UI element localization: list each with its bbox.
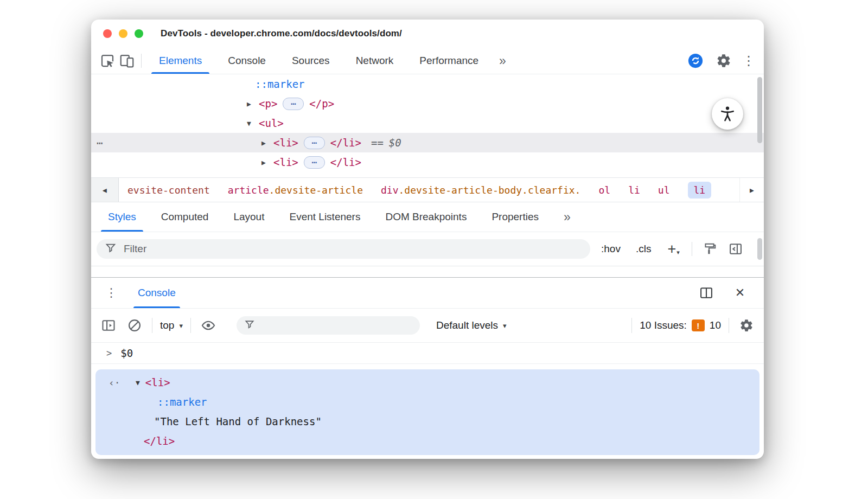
console-filter-field[interactable]	[237, 316, 420, 335]
result-line-marker: ::marker	[95, 392, 760, 412]
tab-elements[interactable]: Elements	[146, 48, 215, 74]
tree-row-p[interactable]: ▶ <p> ⋯ </p>	[91, 94, 764, 113]
tree-row-li-selected[interactable]: ⋯ ▶ <li> ⋯ </li> == $0	[91, 133, 764, 152]
expand-dots-icon[interactable]: ⋯	[304, 156, 325, 169]
toggle-sidebar-icon[interactable]	[726, 239, 745, 259]
close-window-button[interactable]	[103, 29, 112, 38]
command-text: $0	[120, 347, 133, 359]
javascript-context-dropdown[interactable]: top ▾	[160, 319, 183, 331]
drawer-menu-kebab-icon[interactable]: ⋮	[105, 286, 117, 300]
tab-network[interactable]: Network	[343, 48, 407, 74]
result-close-tag: </li>	[144, 435, 175, 447]
cls-toggle[interactable]: .cls	[636, 243, 652, 255]
close-glyph: ✕	[735, 286, 745, 300]
tab-layout[interactable]: Layout	[221, 202, 277, 232]
devtools-extension-icon[interactable]	[686, 51, 705, 71]
caret-down-icon: ▾	[179, 322, 183, 330]
console-sidebar-icon[interactable]	[99, 316, 118, 335]
styles-filter-field[interactable]	[97, 239, 590, 259]
tab-performance[interactable]: Performance	[406, 48, 492, 74]
breadcrumb-item-ol[interactable]: ol	[598, 184, 610, 196]
close-drawer-icon[interactable]: ✕	[730, 283, 750, 303]
tab-console[interactable]: Console	[215, 48, 279, 74]
styles-panel-content	[91, 266, 764, 277]
console-toolbar: top ▾ Default levels ▾ 10 Issues: !	[91, 309, 764, 343]
breadcrumb-scroll-left-button[interactable]: ◀	[91, 178, 119, 202]
split-panel-icon[interactable]	[697, 283, 716, 303]
collapse-arrow-icon[interactable]: ▶	[261, 158, 271, 167]
breadcrumb-item-devsite-content[interactable]: evsite-content	[127, 184, 210, 196]
breadcrumb-item-article[interactable]: article.devsite-article	[228, 184, 363, 196]
styles-filter-input[interactable]	[123, 242, 582, 255]
dollar-zero-label: $0	[389, 137, 401, 149]
main-menu-kebab-icon[interactable]: ⋮	[742, 54, 755, 67]
caret-down-icon: ▾	[503, 322, 507, 330]
console-command-echo: > $0	[91, 343, 764, 364]
close-tag: </li>	[330, 156, 361, 168]
row-menu-dots-icon[interactable]: ⋯	[97, 133, 103, 152]
breadcrumb-scroll-right-button[interactable]: ▶	[739, 178, 764, 202]
breadcrumb-item-ul[interactable]: ul	[658, 184, 670, 196]
console-settings-gear-icon[interactable]	[737, 316, 756, 335]
inspect-element-icon[interactable]	[98, 51, 117, 71]
sidebar-tabs: Styles Computed Layout Event Listeners D…	[91, 202, 764, 232]
equals-sign: ==	[371, 137, 384, 149]
elements-scrollbar[interactable]	[757, 77, 762, 143]
tree-row-ul[interactable]: ▼ <ul>	[91, 113, 764, 133]
toolbar-divider	[141, 54, 142, 68]
result-line-open: ‹· ▼ <li>	[95, 373, 760, 392]
pseudo-element-label[interactable]: ::marker	[255, 78, 305, 90]
elements-tree-panel: ::marker ▶ <p> ⋯ </p> ▼ <ul> ⋯ ▶ <li> ⋯ …	[91, 74, 764, 177]
clear-console-icon[interactable]	[125, 316, 144, 335]
expand-dots-icon[interactable]: ⋯	[304, 137, 325, 149]
console-messages: > $0 ‹· ▼ <li> ::marker "The Left Hand o…	[91, 343, 764, 455]
window-title: DevTools - developer.chrome.com/docs/dev…	[161, 28, 402, 39]
tree-row-marker[interactable]: ::marker	[91, 74, 764, 94]
collapse-arrow-icon[interactable]: ▶	[261, 139, 271, 147]
more-sidebar-tabs-icon[interactable]: »	[551, 202, 583, 232]
live-expression-eye-icon[interactable]	[199, 316, 218, 335]
tab-sources[interactable]: Sources	[279, 48, 343, 74]
issues-count: 10	[710, 319, 721, 331]
collapse-arrow-icon[interactable]: ▶	[247, 100, 256, 108]
accessibility-icon[interactable]	[712, 98, 743, 130]
minimize-window-button[interactable]	[119, 29, 127, 38]
expand-result-arrow-icon[interactable]: ▼	[136, 379, 140, 387]
result-pseudo-label: ::marker	[157, 396, 207, 408]
zoom-window-button[interactable]	[135, 29, 143, 38]
breadcrumb-item-li-selected[interactable]: li	[688, 182, 712, 199]
open-tag: <p>	[259, 98, 277, 110]
log-levels-dropdown[interactable]: Default levels ▾	[436, 319, 507, 331]
close-tag: </p>	[309, 98, 334, 110]
breadcrumb-item-div[interactable]: div.devsite-article-body.clearfix.	[381, 184, 580, 196]
expanded-arrow-icon[interactable]: ▼	[247, 119, 256, 127]
tab-computed[interactable]: Computed	[149, 202, 221, 232]
expand-dots-icon[interactable]: ⋯	[283, 98, 304, 110]
console-filter-input[interactable]	[260, 319, 412, 332]
toolbar-right-icons: ⋮	[686, 48, 755, 74]
hov-toggle[interactable]: :hov	[601, 243, 621, 255]
breadcrumb-tag: article	[228, 184, 269, 196]
styles-scrollbar[interactable]	[757, 238, 762, 260]
filter-funnel-icon	[105, 242, 117, 256]
main-toolbar: Elements Console Sources Network Perform…	[91, 48, 764, 74]
result-open-tag: <li>	[145, 376, 170, 388]
settings-gear-icon[interactable]	[714, 51, 733, 71]
new-style-rule-button[interactable]: + ▾	[667, 243, 679, 255]
tab-event-listeners[interactable]: Event Listeners	[277, 202, 373, 232]
tab-styles[interactable]: Styles	[95, 202, 149, 232]
tab-properties[interactable]: Properties	[479, 202, 551, 232]
open-tag: <ul>	[259, 117, 284, 129]
paint-format-icon[interactable]	[700, 239, 719, 259]
drawer-tab-console[interactable]: Console	[131, 278, 182, 308]
tab-dom-breakpoints[interactable]: DOM Breakpoints	[373, 202, 479, 232]
result-text-node: "The Left Hand of Darkness"	[154, 415, 322, 427]
issues-label: 10 Issues:	[640, 319, 687, 331]
tree-row-li[interactable]: ▶ <li> ⋯ </li>	[91, 152, 764, 172]
command-chevron-icon: >	[106, 348, 112, 359]
more-panels-icon[interactable]: »	[492, 48, 514, 74]
issues-counter[interactable]: 10 Issues: ! 10	[640, 319, 721, 331]
breadcrumb-tag: li	[628, 184, 640, 196]
breadcrumb-item-li[interactable]: li	[628, 184, 640, 196]
device-toolbar-icon[interactable]	[117, 51, 137, 71]
